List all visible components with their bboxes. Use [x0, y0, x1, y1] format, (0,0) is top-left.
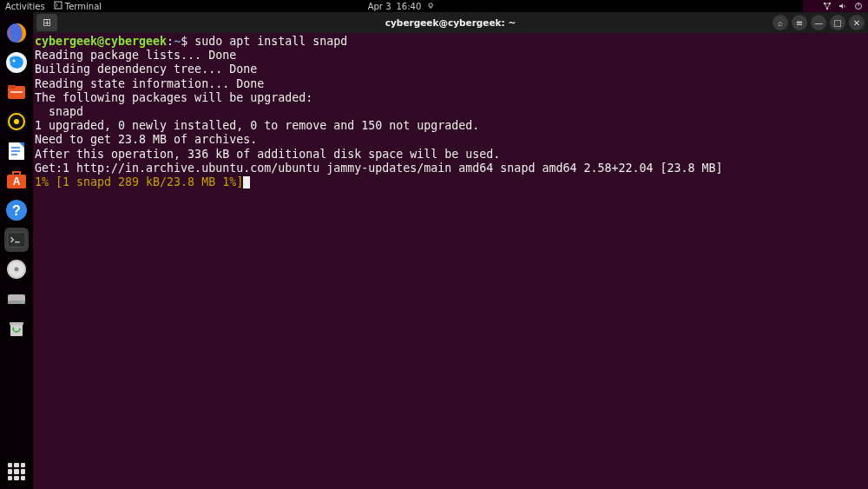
libreoffice-writer-icon[interactable] [4, 139, 29, 163]
trash-icon[interactable] [4, 316, 29, 340]
svg-point-28 [15, 268, 19, 272]
output-line: Need to get 23.8 MB of archives. [35, 133, 257, 146]
cursor [243, 176, 250, 188]
app-menu[interactable]: Terminal [54, 1, 102, 11]
svg-point-15 [14, 119, 19, 124]
terminal-titlebar: ⊞ cybergeek@cybergeek: ~ ⌕ ≡ — □ ✕ [33, 12, 868, 33]
drive-icon[interactable] [4, 257, 29, 281]
clock-date: Apr 3 [368, 2, 391, 11]
clock-time: 16:40 [397, 2, 422, 11]
output-line: After this operation, 336 kB of addition… [35, 148, 500, 161]
output-line: snapd [35, 105, 83, 118]
progress-line: 1% [1 snapd 289 kB/23.8 MB 1%] [35, 175, 243, 188]
dock: A ? [0, 12, 33, 489]
power-icon [854, 2, 863, 10]
disk-icon[interactable] [4, 287, 29, 311]
svg-point-9 [13, 60, 16, 63]
app-menu-label: Terminal [65, 2, 102, 11]
prompt-path: ~ [174, 35, 181, 48]
search-button[interactable]: ⌕ [773, 15, 788, 30]
close-button[interactable]: ✕ [849, 15, 865, 30]
prompt-sep: : [167, 35, 174, 48]
network-icon [823, 2, 832, 10]
clock[interactable]: Apr 3 16:40 [368, 2, 436, 11]
terminal-icon[interactable] [4, 228, 29, 252]
output-line: Building dependency tree... Done [35, 63, 257, 76]
svg-rect-24 [8, 233, 25, 248]
thunderbird-icon[interactable] [4, 50, 29, 75]
rhythmbox-icon[interactable] [4, 109, 29, 134]
svg-rect-33 [10, 322, 23, 325]
terminal-menu-icon [54, 1, 62, 10]
svg-text:?: ? [12, 203, 21, 218]
maximize-button[interactable]: □ [830, 15, 845, 30]
window-title: cybergeek@cybergeek: ~ [385, 17, 516, 28]
output-line: Reading package lists... Done [35, 49, 236, 62]
menu-button[interactable]: ≡ [792, 15, 807, 30]
activities-button[interactable]: Activities [5, 2, 45, 11]
output-line: Reading state information... Done [35, 77, 264, 90]
gnome-topbar: Activities Terminal Apr 3 16:40 [0, 0, 803, 12]
svg-rect-32 [10, 324, 23, 336]
new-tab-button[interactable]: ⊞ [36, 14, 57, 31]
prompt-user: cybergeek@cybergeek [35, 35, 167, 48]
svg-rect-0 [55, 2, 62, 9]
help-icon[interactable]: ? [4, 198, 29, 222]
files-icon[interactable] [4, 80, 29, 104]
command-text: sudo apt install snapd [194, 35, 347, 48]
svg-point-31 [22, 301, 23, 303]
firefox-icon[interactable] [4, 21, 29, 45]
output-line: Get:1 http://in.archive.ubuntu.com/ubunt… [35, 162, 723, 175]
svg-rect-12 [10, 91, 23, 93]
output-line: The following packages will be upgraded: [35, 91, 312, 104]
minimize-button[interactable]: — [811, 15, 826, 30]
svg-text:A: A [13, 175, 21, 188]
terminal-window: ⊞ cybergeek@cybergeek: ~ ⌕ ≡ — □ ✕ cyber… [33, 12, 868, 489]
show-applications-button[interactable] [8, 463, 25, 480]
notification-indicator-icon [426, 2, 435, 10]
volume-icon [838, 2, 847, 10]
prompt-dollar: $ [181, 35, 194, 48]
svg-rect-11 [8, 85, 16, 89]
output-line: 1 upgraded, 0 newly installed, 0 to remo… [35, 119, 479, 132]
terminal-body[interactable]: cybergeek@cybergeek:~$ sudo apt install … [33, 33, 868, 489]
system-tray[interactable] [803, 0, 868, 12]
software-icon[interactable]: A [4, 169, 29, 193]
svg-point-1 [429, 3, 432, 7]
